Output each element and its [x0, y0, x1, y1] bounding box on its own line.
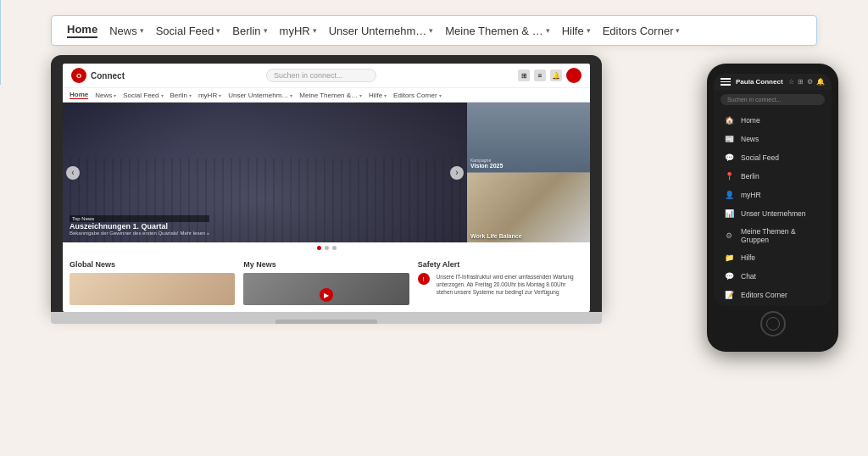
menu-icon: 📁 [724, 253, 734, 263]
menu-label: Chat [741, 272, 756, 281]
list-icon[interactable]: ≡ [534, 70, 546, 81]
menu-label: Meine Themen & Gruppen [741, 227, 821, 244]
header-icons: ⊞ ≡ 🔔 [518, 68, 581, 83]
dashboard-icon[interactable]: ⊞ [798, 78, 804, 86]
dot-2[interactable] [325, 246, 329, 250]
hero-subtitle: Bekanntgabe der Gewinner des ersten Quar… [70, 231, 209, 236]
phone-menu-item-berlin[interactable]: 📍 Berlin [714, 167, 832, 186]
side-tag: Kampagne [470, 158, 503, 163]
top-nav-item-socialfeed[interactable]: Social Feed ▾ [156, 25, 221, 37]
phone-screen: Paula Connect ☆ ⊞ ⚙ 🔔 Suchen in connect.… [714, 74, 832, 306]
phone-menu-item-hilfe[interactable]: 📁 Hilfe [714, 248, 832, 267]
phone-menu-item-unserunternehmen[interactable]: 📊 Unser Unternehmen [714, 204, 832, 223]
connector-right [0, 42, 2, 85]
phone-bell-icon[interactable]: 🔔 [816, 78, 825, 86]
top-nav-item-news[interactable]: News ▾ [109, 25, 144, 37]
global-news-title: Global News [70, 260, 235, 269]
safety-alert-title: Safety Alert [418, 260, 583, 269]
menu-icon: 👤 [724, 190, 734, 200]
laptop-screen: O Connect Suchen in connect... ⊞ ≡ 🔔 Hom… [63, 64, 590, 312]
app-search[interactable]: Suchen in connect... [266, 69, 376, 82]
hamburger-button[interactable] [721, 78, 731, 86]
app-title: Connect [91, 71, 125, 81]
app-nav-item-socialfeed[interactable]: Social Feed▾ [123, 91, 163, 99]
menu-label: Unser Unternehmen [741, 209, 806, 218]
my-news-thumbnail: ▶ [243, 273, 409, 305]
phone-device: Paula Connect ☆ ⊞ ⚙ 🔔 Suchen in connect.… [707, 64, 838, 352]
phone-menu-item-chat[interactable]: 💬 Chat [714, 267, 832, 286]
app-nav-item-berlin[interactable]: Berlin▾ [170, 91, 192, 99]
phone-menu-item-news[interactable]: 📰 News [714, 130, 832, 148]
app-nav-item-unserunternehm…[interactable]: Unser Unternehm…▾ [228, 91, 292, 99]
star-icon[interactable]: ☆ [788, 78, 794, 86]
phone-user-name: Paula Connect [736, 78, 783, 86]
hero-side-top: Kampagne Vision 2025 [467, 103, 590, 172]
laptop-base [51, 312, 602, 324]
app-header: O Connect Suchen in connect... ⊞ ≡ 🔔 [63, 64, 590, 88]
bell-icon[interactable]: 🔔 [550, 70, 562, 81]
top-nav-item-meinethemen&…[interactable]: Meine Themen & … ▾ [445, 25, 549, 37]
menu-label: News [741, 135, 759, 143]
app-nav-item-hilfe[interactable]: Hilfe▾ [369, 91, 387, 99]
chevron-icon: ▾ [587, 26, 591, 35]
hero-caption: Top News Auszeichnungen 1. Quartal Bekan… [70, 215, 209, 236]
top-nav-item-hilfe[interactable]: Hilfe ▾ [562, 25, 591, 37]
chevron-icon: ▾ [264, 26, 268, 35]
top-nav-item-editorscorner[interactable]: Editors Corner ▾ [603, 25, 681, 37]
menu-icon: 📰 [724, 134, 734, 144]
phone-menu-item-home[interactable]: 🏠 Home [714, 111, 832, 130]
app-nav-item-myhr[interactable]: myHR▾ [198, 91, 221, 99]
menu-icon: 📍 [724, 171, 734, 181]
menu-icon: 🏠 [724, 115, 734, 125]
safety-alert-col: Safety Alert ! Unsere IT-Infrastruktur w… [418, 260, 583, 305]
hero-next-arrow[interactable]: › [450, 166, 464, 180]
phone-menu: 🏠 Home 📰 News 💬 Social Feed 📍 Berlin 👤 m… [714, 109, 832, 306]
menu-icon: ⚙ [724, 231, 734, 241]
menu-label: Home [741, 116, 760, 125]
phone-search[interactable]: Suchen in connect... [721, 94, 825, 105]
phone-header-icons: ☆ ⊞ ⚙ 🔔 [788, 78, 825, 86]
user-avatar[interactable] [566, 68, 581, 83]
hero-side-panel: Kampagne Vision 2025 Work Life Balance [467, 103, 590, 242]
bottom-section: Global News My News ▶ Safety Alert ! Uns… [63, 253, 590, 312]
hero-side-bottom: Work Life Balance [467, 172, 590, 242]
side-title: Vision 2025 [470, 163, 503, 169]
phone-home-button[interactable] [760, 311, 786, 336]
chevron-icon: ▾ [140, 26, 144, 35]
phone-outer: Paula Connect ☆ ⊞ ⚙ 🔔 Suchen in connect.… [707, 64, 838, 352]
phone-menu-item-myhr[interactable]: 👤 myHR [714, 186, 832, 204]
app-nav-item-editorscorner[interactable]: Editors Corner▾ [393, 91, 442, 99]
top-nav-item-unserunternehm…[interactable]: Unser Unternehm… ▾ [329, 25, 434, 37]
menu-icon: 💬 [724, 153, 734, 163]
hero-tag: Top News [70, 215, 209, 222]
top-nav-item-myhr[interactable]: myHR ▾ [280, 25, 317, 37]
top-nav-item-home[interactable]: Home [67, 23, 97, 38]
dot-1[interactable] [317, 246, 321, 250]
hero-prev-arrow[interactable]: ‹ [66, 166, 80, 180]
hero-dots [63, 242, 590, 253]
chevron-icon: ▾ [429, 26, 433, 35]
app-nav-item-home[interactable]: Home [70, 91, 88, 99]
dot-3[interactable] [332, 246, 337, 250]
top-nav-item-berlin[interactable]: Berlin ▾ [232, 25, 267, 37]
hero-area: ‹ › Top News Auszeichnungen 1. Quartal B… [63, 103, 590, 242]
phone-menu-item-editorscorner[interactable]: 📝 Editors Corner [714, 286, 832, 304]
phone-menu-item-socialfeed[interactable]: 💬 Social Feed [714, 148, 832, 167]
chevron-icon: ▾ [216, 26, 220, 35]
menu-label: Hilfe [741, 253, 755, 262]
app-nav-item-meinethemen&…[interactable]: Meine Themen &…▾ [299, 91, 362, 99]
phone-home-inner [766, 317, 780, 331]
settings-icon[interactable]: ⚙ [807, 78, 813, 86]
hero-side-bottom-caption: Work Life Balance [470, 233, 522, 239]
my-news-col: My News ▶ [243, 260, 409, 305]
phone-header: Paula Connect ☆ ⊞ ⚙ 🔔 [714, 74, 832, 90]
menu-label: Berlin [741, 172, 760, 181]
safety-content: ! Unsere IT-Infrastruktur wird einer umf… [418, 273, 583, 296]
global-news-thumbnail [70, 273, 235, 305]
grid-icon[interactable]: ⊞ [518, 70, 530, 81]
app-nav-item-news[interactable]: News▾ [95, 91, 116, 99]
connector-left [0, 0, 2, 42]
logo-icon: O [71, 68, 86, 83]
laptop-screen-outer: O Connect Suchen in connect... ⊞ ≡ 🔔 Hom… [51, 55, 602, 312]
phone-menu-item-meinethemen&gruppen[interactable]: ⚙ Meine Themen & Gruppen [714, 223, 832, 248]
